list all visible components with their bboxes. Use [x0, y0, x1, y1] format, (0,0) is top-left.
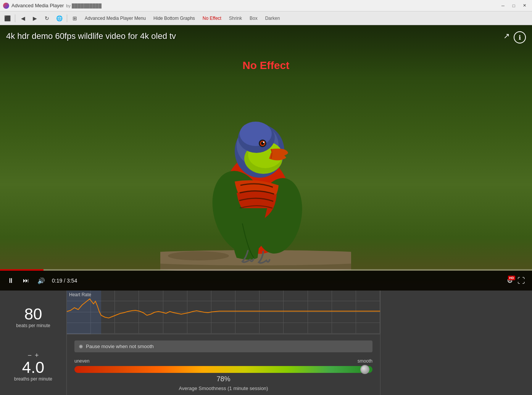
no-effect-btn[interactable]: No Effect [199, 13, 225, 24]
close-button[interactable]: ✕ [520, 2, 529, 10]
minimize-button[interactable]: ─ [498, 2, 508, 10]
svg-point-11 [240, 122, 272, 146]
uneven-label: uneven [74, 358, 89, 364]
grid-cell [260, 323, 284, 334]
share-button[interactable]: ↗ [503, 31, 510, 40]
smoothness-pct: 78% [74, 375, 372, 383]
darken-btn[interactable]: Darken [262, 13, 284, 24]
next-button[interactable]: ⏭ [20, 275, 32, 287]
grid-cell [187, 291, 211, 301]
grid-cell [139, 312, 163, 323]
grid-cell [284, 301, 308, 312]
smooth-label: smooth [358, 358, 372, 364]
breath-plus-btn[interactable]: + [35, 352, 39, 359]
info-button[interactable]: ℹ [514, 31, 526, 43]
volume-button[interactable]: 🔊 [35, 275, 47, 287]
grid-cell [139, 301, 163, 312]
grid-cell [332, 312, 356, 323]
grid-cell [235, 312, 260, 323]
heart-rate-label: beats per minute [16, 323, 50, 328]
grid-cell [115, 312, 139, 323]
grid-cell [308, 323, 332, 334]
bottom-panel: 80 beats per minute − + 4.0 breaths per … [0, 291, 532, 395]
grid-cell [332, 301, 356, 312]
grid-cell [284, 312, 308, 323]
svg-point-15 [263, 141, 264, 143]
graph-grid-hr [67, 291, 380, 334]
grid-cell [235, 301, 260, 312]
grid-cell [308, 301, 332, 312]
breath-rate-block: − + 4.0 breaths per minute [14, 352, 52, 382]
grid-cell [211, 323, 235, 334]
box-btn[interactable]: Box [246, 13, 261, 24]
hide-graphs-btn[interactable]: Hide Bottom Graphs [150, 13, 198, 24]
grid-cell [211, 301, 235, 312]
grid-cell [163, 291, 187, 301]
slider-thumb[interactable] [360, 365, 369, 374]
right-controls: ⚙ HD ⛶ [507, 275, 527, 287]
heart-rate-value: 80 [24, 306, 42, 322]
grid-cell [91, 323, 115, 334]
grid-cell [187, 323, 211, 334]
heart-rate-graph: Heart Rate [67, 291, 380, 334]
breath-controls: − + [27, 352, 39, 359]
app-subtitle: by ██████████ [66, 3, 102, 8]
grid-cell [163, 323, 187, 334]
grid-cell [356, 323, 380, 334]
grid-cell [67, 301, 91, 312]
grid-cell [332, 323, 356, 334]
back-btn[interactable]: ◀ [17, 13, 29, 24]
breath-rate-label: breaths per minute [14, 376, 52, 382]
svg-point-2 [168, 251, 229, 260]
fullscreen-button[interactable]: ⛶ [515, 275, 527, 287]
screen-btn[interactable]: ⬛ [2, 13, 13, 24]
grid-cell [115, 323, 139, 334]
video-title: 4k hdr demo 60fps wildlife video for 4k … [6, 31, 176, 41]
grid-btn[interactable]: ⊞ [69, 13, 81, 24]
nav-group: ◀ ▶ [17, 13, 40, 24]
pause-option[interactable]: Pause movie when not smooth [74, 340, 372, 352]
window-controls: ─ □ ✕ [498, 2, 529, 10]
grid-cell [115, 291, 139, 301]
home-btn[interactable]: 🌐 [53, 13, 65, 24]
grid-cell [187, 301, 211, 312]
grid-cell [308, 291, 332, 301]
grid-cell [91, 291, 115, 301]
maximize-button[interactable]: □ [509, 2, 518, 10]
refresh-btn[interactable]: ↻ [41, 13, 53, 24]
time-display: 0:19 / 3:54 [52, 278, 77, 284]
smoothness-labels: uneven smooth [74, 358, 372, 364]
pause-option-text: Pause movie when not smooth [86, 344, 154, 349]
avg-smoothness-label: Average Smoothness (1 minute session) [74, 385, 372, 391]
pause-button[interactable]: ⏸ [5, 275, 17, 287]
breath-minus-btn[interactable]: − [27, 352, 32, 359]
grid-cell [235, 323, 260, 334]
grid-cell [356, 312, 380, 323]
parrot-image [160, 63, 351, 284]
breath-rate-value: 4.0 [22, 360, 44, 376]
grid-cell [308, 312, 332, 323]
heart-rate-graph-label: Heart Rate [69, 292, 91, 297]
right-panel: Pause movie when not smooth uneven smoot… [67, 334, 380, 395]
grid-cell [163, 312, 187, 323]
title-bar-left: Advanced Media Player by ██████████ [3, 3, 102, 9]
shrink-btn[interactable]: Shrink [226, 13, 245, 24]
forward-btn[interactable]: ▶ [29, 13, 40, 24]
advanced-menu-btn[interactable]: Advanced Media Player Menu [81, 13, 149, 24]
grid-cell [284, 323, 308, 334]
grid-cell [115, 301, 139, 312]
grid-cell [260, 312, 284, 323]
app-title: Advanced Media Player [11, 3, 64, 8]
grid-cell [356, 301, 380, 312]
grid-cell [67, 334, 91, 334]
heart-rate-block: 80 beats per minute [16, 306, 50, 328]
smoothness-slider[interactable] [74, 366, 372, 373]
grid-cell [91, 301, 115, 312]
grid-cell [332, 291, 356, 301]
grid-cell [356, 291, 380, 301]
grid-cell [235, 291, 260, 301]
grid-cell [67, 323, 91, 334]
grid-cell [284, 291, 308, 301]
grid-cell [67, 312, 91, 323]
grid-cell [260, 301, 284, 312]
